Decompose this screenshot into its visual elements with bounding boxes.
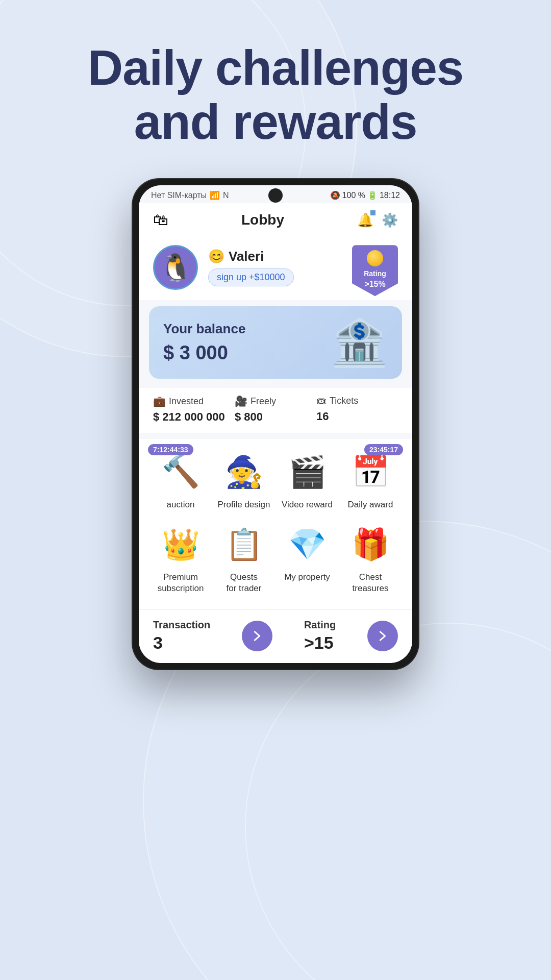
my-property-icon-wrap: 💎: [284, 521, 331, 568]
balance-label: Your balance: [163, 321, 245, 337]
activity-premium[interactable]: 👑 Premium subscription: [150, 521, 211, 594]
bottom-rating: Rating >15: [304, 619, 336, 653]
settings-icon[interactable]: ⚙️: [382, 212, 398, 228]
freely-label: Freely: [251, 396, 276, 407]
shop-icon[interactable]: 🛍: [153, 211, 168, 229]
sep1: [139, 300, 412, 306]
daily-award-icon: 📅: [352, 454, 390, 490]
rating-coin: [367, 250, 383, 266]
quests-label: Quests for trader: [227, 572, 262, 594]
video-reward-label: Video reward: [282, 499, 333, 510]
rating-label: Rating: [364, 270, 386, 278]
tickets-icon: 🎟: [316, 395, 327, 407]
profile-design-label: Profile design: [217, 499, 270, 510]
avatar: 🐧: [153, 245, 198, 290]
daily-award-label: Daily award: [348, 499, 393, 510]
phone-screen: Нет SIM-карты 📶 N 🔕 100 % 🔋 18:12 🛍 Lobb…: [139, 185, 412, 663]
profile-design-icon-wrap: 🧙: [220, 448, 267, 495]
premium-icon-wrap: 👑: [157, 521, 204, 568]
transaction-arrow-button[interactable]: [242, 621, 272, 651]
rating-value: >15%: [364, 280, 385, 289]
bg-circle-4: [245, 623, 551, 980]
camera-notch: [268, 188, 283, 203]
activity-video-reward[interactable]: 🎬 Video reward: [277, 448, 338, 510]
activity-auction[interactable]: 7:12:44:33 🔨 auction: [150, 448, 211, 510]
notification-icon[interactable]: 🔔: [357, 212, 373, 228]
app-header: 🛍 Lobby 🔔 ⚙️: [139, 203, 412, 237]
profile-design-icon: 🧙: [225, 454, 263, 490]
activity-row-1: 7:12:44:33 🔨 auction 🧙 Profile design: [149, 448, 402, 510]
stats-row: 💼 Invested $ 212 000 000 🎥 Freely $ 800 …: [139, 388, 412, 433]
my-property-icon: 💎: [288, 526, 327, 562]
activity-row-2: 👑 Premium subscription 📋 Quests for trad…: [149, 521, 402, 594]
status-bar-left: Нет SIM-карты 📶 N: [151, 190, 229, 200]
invested-icon: 💼: [153, 395, 166, 407]
rating-badge: Rating >15%: [352, 245, 398, 296]
status-bar-right: 🔕 100 % 🔋 18:12: [330, 190, 400, 200]
activity-quests[interactable]: 📋 Quests for trader: [213, 521, 274, 594]
balance-card: Your balance $ 3 000 🏦: [149, 306, 402, 379]
status-bar: Нет SIM-карты 📶 N 🔕 100 % 🔋 18:12: [139, 185, 412, 203]
auction-icon: 🔨: [162, 454, 200, 490]
phone-wrapper: Нет SIM-карты 📶 N 🔕 100 % 🔋 18:12 🛍 Lobb…: [0, 179, 551, 669]
video-reward-icon: 🎬: [288, 454, 327, 490]
my-property-label: My property: [284, 572, 330, 583]
hero-section: Daily challenges and rewards: [0, 0, 551, 169]
premium-label: Premium subscription: [158, 572, 204, 594]
header-icons: 🔔 ⚙️: [357, 212, 398, 228]
chest-icon: 🎁: [352, 526, 390, 562]
phone-device: Нет SIM-карты 📶 N 🔕 100 % 🔋 18:12 🛍 Lobb…: [133, 179, 418, 669]
hero-title: Daily challenges and rewards: [31, 41, 520, 149]
stat-freely: 🎥 Freely $ 800: [235, 395, 316, 424]
activity-my-property[interactable]: 💎 My property: [277, 521, 338, 594]
profile-emoji: 😊: [208, 249, 224, 264]
safe-illustration: 🏦: [331, 320, 388, 365]
transaction-label: Transaction: [153, 619, 210, 631]
bottom-transaction: Transaction 3: [153, 619, 210, 653]
tickets-label: Tickets: [330, 396, 358, 406]
profile-name: Valeri: [229, 249, 264, 264]
rating-arrow-button[interactable]: [367, 621, 398, 651]
daily-award-icon-wrap: 23:45:17 📅: [347, 448, 394, 495]
chest-icon-wrap: 🎁: [347, 521, 394, 568]
stat-invested: 💼 Invested $ 212 000 000: [153, 395, 235, 424]
signup-badge[interactable]: sign up +$10000: [208, 268, 294, 286]
activity-daily-award[interactable]: 23:45:17 📅 Daily award: [340, 448, 401, 510]
quests-icon-wrap: 📋: [220, 521, 267, 568]
balance-amount: $ 3 000: [163, 342, 245, 364]
sep2: [139, 433, 412, 439]
daily-award-timer: 23:45:17: [364, 444, 403, 455]
activity-chest[interactable]: 🎁 Chest treasures: [340, 521, 401, 594]
invested-label: Invested: [169, 396, 204, 407]
auction-icon-wrap: 7:12:44:33 🔨: [157, 448, 204, 495]
freely-value: $ 800: [235, 410, 316, 424]
balance-info: Your balance $ 3 000: [163, 321, 245, 364]
activity-section: 7:12:44:33 🔨 auction 🧙 Profile design: [139, 439, 412, 609]
auction-timer: 7:12:44:33: [148, 444, 193, 455]
premium-icon: 👑: [162, 526, 200, 562]
video-reward-icon-wrap: 🎬: [284, 448, 331, 495]
stat-tickets: 🎟 Tickets 16: [316, 395, 398, 424]
auction-label: auction: [167, 499, 195, 510]
chest-label: Chest treasures: [353, 572, 389, 594]
profile-section: 🐧 😊 Valeri sign up +$10000 Rating >15%: [139, 237, 412, 300]
quests-icon: 📋: [225, 526, 263, 562]
rating-bottom-value: >15: [304, 633, 336, 653]
freely-icon: 🎥: [235, 395, 247, 407]
activity-profile-design[interactable]: 🧙 Profile design: [213, 448, 274, 510]
invested-value: $ 212 000 000: [153, 410, 235, 424]
header-title: Lobby: [241, 212, 284, 228]
bottom-section: Transaction 3 Rating >15: [139, 609, 412, 663]
rating-bottom-label: Rating: [304, 619, 336, 631]
tickets-value: 16: [316, 410, 398, 423]
transaction-value: 3: [153, 633, 210, 653]
